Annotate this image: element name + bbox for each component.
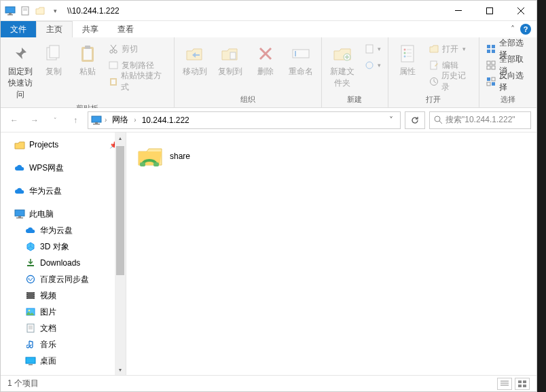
nav-wps[interactable]: WPS网盘 [1,160,126,176]
nav-pictures[interactable]: 图片 [1,304,126,320]
ribbon-group-select: 全部选择 全部取消 反向选择 选择 [479,37,536,107]
ribbon-tabs: 文件 主页 共享 查看 ˄ ? [1,21,536,37]
copy-to-button[interactable]: 复制到 [214,41,247,79]
properties-button[interactable]: 属性 [393,41,424,79]
svg-point-31 [366,62,373,69]
ribbon-group-clipboard: 固定到快速访问 复制 粘贴 剪切 复制路径 粘贴快捷方式 剪贴板 [1,37,175,107]
nav-huawei-2[interactable]: 华为云盘 [1,222,126,238]
minimize-button[interactable] [443,1,474,21]
forward-button[interactable]: → [26,112,43,128]
svg-rect-46 [492,50,495,53]
address-dropdown-icon[interactable]: ˅ [385,115,397,125]
pin-to-quick-access-button[interactable]: 固定到快速访问 [5,41,35,102]
search-input[interactable]: 搜索"10.244.1.222" [429,111,531,129]
nav-scrollbar[interactable]: ▴ ▾ [115,132,126,375]
svg-rect-19 [109,62,117,69]
qat-properties-icon[interactable] [18,4,32,18]
svg-rect-62 [16,217,23,219]
scroll-up-icon[interactable]: ▴ [115,132,126,143]
nav-music[interactable]: 音乐 [1,336,126,353]
invert-selection-button[interactable]: 反向选择 [484,74,532,89]
breadcrumb-host[interactable]: 10.244.1.222 [139,112,192,128]
svg-point-71 [33,293,34,293]
share-folder-item[interactable]: share [133,139,269,173]
nav-documents[interactable]: 文档 [1,320,126,336]
nav-desktop[interactable]: 桌面 [1,353,126,369]
chevron-right-icon[interactable]: › [132,116,137,124]
help-icon[interactable]: ? [520,24,531,35]
breadcrumb-network[interactable]: 网络 [109,112,131,128]
rename-button[interactable]: 重命名 [285,41,317,79]
nav-3d-objects[interactable]: 3D 对象 [1,238,126,255]
item-count: 1 个项目 [7,378,39,389]
svg-point-16 [114,50,117,53]
tab-share[interactable]: 共享 [73,21,108,37]
delete-button[interactable]: 删除 [249,41,282,79]
copy-button[interactable]: 复制 [38,41,69,79]
svg-rect-54 [492,82,495,86]
copy-to-icon [219,43,241,65]
svg-point-37 [404,56,406,58]
new-folder-button[interactable]: 新建文件夹 [326,41,359,90]
open-button[interactable]: 打开▾ [426,41,475,56]
content-pane[interactable]: share [126,132,536,375]
svg-rect-60 [15,210,24,216]
icons-view-button[interactable] [515,378,530,390]
address-bar[interactable]: › 网络 › 10.244.1.222 ˅ [88,111,401,129]
nav-this-pc[interactable]: 此电脑 [1,206,126,222]
history-button[interactable]: 历史记录 [426,74,475,89]
svg-rect-48 [492,61,495,65]
chevron-right-icon[interactable]: › [103,116,108,124]
back-button[interactable]: ← [6,112,22,128]
up-button[interactable]: ↑ [67,112,84,128]
paste-shortcut-button[interactable]: 粘贴快捷方式 [105,74,169,89]
qat-dropdown-icon[interactable]: ▾ [48,4,62,18]
nav-baidu[interactable]: 百度云同步盘 [1,271,126,287]
nav-projects[interactable]: Projects📌 [1,137,126,153]
nav-huawei[interactable]: 华为云盘 [1,183,126,199]
copy-icon [43,43,65,65]
svg-rect-3 [22,7,29,15]
maximize-button[interactable] [474,1,505,21]
nav-videos[interactable]: 视频 [1,287,126,304]
tab-view[interactable]: 查看 [108,21,143,37]
tab-file[interactable]: 文件 [1,21,36,37]
easy-access-button[interactable]: ▾ [361,58,384,73]
svg-rect-53 [487,82,490,86]
svg-rect-13 [84,49,92,60]
ribbon-group-organize: 移动到 复制到 删除 重命名 组织 [175,37,322,107]
select-none-icon [486,60,496,71]
scrollbar-thumb[interactable] [116,146,124,275]
navigation-pane: Projects📌 WPS网盘 华为云盘 此电脑 华为云盘 3D 对象 Down… [1,132,126,375]
details-view-button[interactable] [497,378,512,390]
close-button[interactable] [505,1,536,21]
move-to-button[interactable]: 移动到 [179,41,211,79]
ribbon: 固定到快速访问 复制 粘贴 剪切 复制路径 粘贴快捷方式 剪贴板 [1,37,536,108]
svg-rect-87 [518,380,522,383]
collapse-ribbon-icon[interactable]: ˄ [511,24,515,34]
download-icon [25,257,36,268]
recent-locations-button[interactable]: ˅ [47,112,63,128]
copy-path-icon [108,60,119,71]
svg-rect-49 [487,66,490,69]
cut-icon [108,43,119,54]
new-item-button[interactable]: ▾ [361,41,384,56]
paste-button[interactable]: 粘贴 [72,41,103,79]
qat-new-folder-icon[interactable] [33,4,47,18]
desktop-icon [25,355,36,366]
baidu-sync-icon [25,274,36,285]
refresh-button[interactable] [405,111,425,129]
cut-button[interactable]: 剪切 [105,41,169,56]
svg-point-68 [26,293,27,293]
svg-point-72 [33,295,34,296]
tab-home[interactable]: 主页 [36,21,73,37]
svg-rect-7 [487,7,493,14]
documents-icon [25,323,36,334]
scroll-down-icon[interactable]: ▾ [115,364,126,375]
svg-rect-14 [85,46,90,49]
body: Projects📌 WPS网盘 华为云盘 此电脑 华为云盘 3D 对象 Down… [1,132,536,375]
nav-downloads[interactable]: Downloads [1,255,126,271]
svg-rect-52 [492,77,495,81]
svg-rect-1 [9,13,12,14]
pictures-icon [25,306,36,317]
